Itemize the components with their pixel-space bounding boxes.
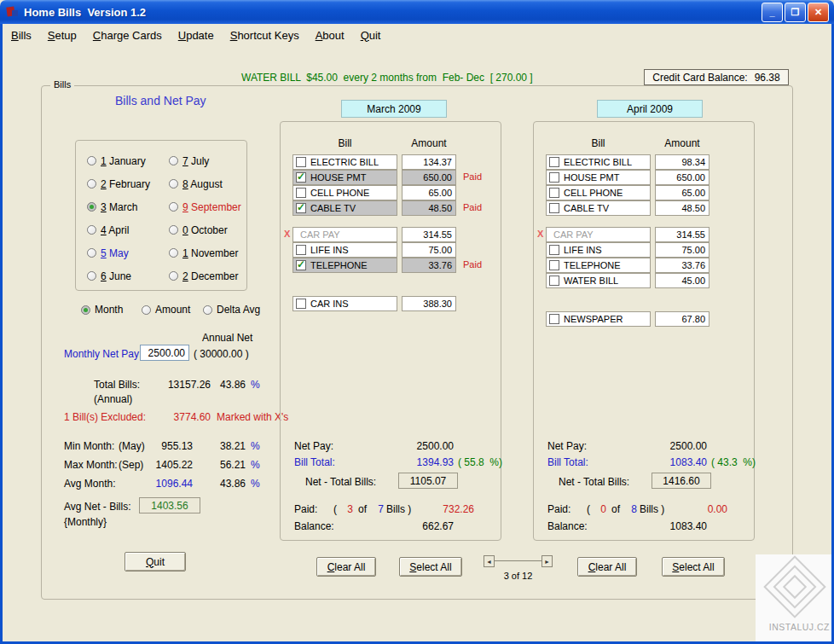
checkbox-checked-icon[interactable] [296,172,306,183]
pager-right-arrow[interactable]: ► [542,555,553,567]
checkbox-icon[interactable] [549,172,559,183]
bill-total-pct: ( 55.8 %) [458,456,502,468]
bill-row-electric-bill[interactable]: ELECTRIC BILL [546,154,651,170]
month-radio-january[interactable]: 1 January [87,155,169,167]
quit-button[interactable]: Quit [125,552,186,571]
bill-row-car-ins[interactable]: CAR INS [292,296,397,311]
march-clear-all-button[interactable]: Clear All [316,557,376,577]
checkbox-checked-icon[interactable] [296,260,306,270]
menu-quit[interactable]: Quit [361,29,381,42]
checkbox-icon[interactable] [296,157,306,167]
menu-update[interactable]: Update [178,29,214,42]
excluded-value: 3774.60 [156,411,211,423]
min-month-value: 955.13 [145,440,193,452]
mode-radio-month[interactable]: Month [81,304,123,316]
mode-radio-delta-avg[interactable]: Delta Avg [203,304,260,316]
bill-row-cable-tv[interactable]: CABLE TV [546,200,651,216]
bill-row-electric-bill[interactable]: ELECTRIC BILL [292,154,397,170]
menu-charge-cards[interactable]: Charge Cards [93,29,162,42]
checkbox-icon[interactable] [549,203,559,213]
checkbox-icon[interactable] [549,260,559,270]
checkbox-icon[interactable] [549,245,559,255]
percent-sign: % [251,379,260,391]
menu-bills[interactable]: Bills [11,29,32,42]
month-radio-april[interactable]: 4 April [87,224,169,236]
pager-left-arrow[interactable]: ◄ [484,555,495,567]
total-bills-value: 13157.26 [156,379,211,391]
march-header: March 2009 [341,100,447,118]
paid-row-label: Paid: [547,503,570,515]
menu-shortcut-keys[interactable]: Shortcut Keys [230,29,299,42]
bill-row-house-pmt[interactable]: HOUSE PMT [292,170,397,185]
balance-value: 1083.40 [637,520,707,532]
bill-name: CELL PHONE [564,188,623,198]
menu-setup[interactable]: Setup [48,29,77,42]
bill-amount: 33.76 [655,258,709,273]
month-radio-december[interactable]: 2 December [169,270,251,282]
bill-row-telephone[interactable]: TELEPHONE [292,258,397,273]
menu-about[interactable]: About [316,29,345,42]
bill-amount: 134.37 [402,154,456,170]
checkbox-icon[interactable] [549,188,559,198]
bill-amount: 48.50 [402,200,456,216]
bill-name: CELL PHONE [310,188,369,198]
checkbox-icon[interactable] [549,157,559,167]
bill-row-cable-tv[interactable]: CABLE TV [292,200,397,216]
bill-row-newspaper[interactable]: NEWSPAPER [546,311,651,327]
checkbox-icon[interactable] [296,188,306,198]
bill-row-water-bill[interactable]: WATER BILL [546,273,651,288]
april-header: April 2009 [597,100,703,118]
bill-name: TELEPHONE [564,260,621,270]
bill-column-header: Bill [546,137,651,149]
radio-icon [87,179,96,189]
minimize-button[interactable]: _ [762,3,783,22]
titlebar[interactable]: Home Bills Version 1.2 _ ❐ ✕ [0,0,834,24]
net-pay-label: Net Pay: [294,440,333,452]
bill-row-life-ins[interactable]: LIFE INS [546,242,651,258]
bill-row-house-pmt[interactable]: HOUSE PMT [546,170,651,185]
month-radio-march[interactable]: 3 March [87,201,169,213]
radio-icon [169,271,178,281]
bill-row-car-pay[interactable]: CAR PAY [292,227,397,242]
bills-frame-label: Bills [50,79,74,90]
april-clear-all-button[interactable]: Clear All [577,557,637,577]
mode-radio-amount[interactable]: Amount [142,304,190,316]
month-radio-october[interactable]: 0 October [169,224,251,236]
bill-name: CAR PAY [300,229,340,240]
bill-row-life-ins[interactable]: LIFE INS [292,242,397,258]
pager-track[interactable] [495,555,542,567]
excluded-label: 1 Bill(s) Excluded: [64,411,146,423]
watermark-text: INSTALUJ.CZ [769,622,830,632]
paid-open-paren: ( [587,503,590,515]
bill-name: WATER BILL [564,276,618,286]
month-radio-august[interactable]: 8 August [169,178,251,190]
bill-name: TELEPHONE [310,260,368,270]
month-radio-july[interactable]: 7 July [169,155,251,167]
april-select-all-button[interactable]: Select All [662,557,725,577]
month-radio-september[interactable]: 9 September [169,201,251,213]
monthly-net-pay-input[interactable] [140,345,189,361]
month-radio-june[interactable]: 6 June [87,270,169,282]
annual-note: (Annual) [94,393,132,405]
month-radio-may[interactable]: 5 May [87,247,169,259]
march-select-all-button[interactable]: Select All [399,557,462,577]
checkbox-icon[interactable] [549,276,559,286]
checkbox-icon[interactable] [296,245,306,255]
bill-name: CAR PAY [553,229,594,240]
maximize-button[interactable]: ❐ [785,3,806,22]
bill-row-cell-phone[interactable]: CELL PHONE [292,185,397,200]
close-button[interactable]: ✕ [808,3,829,22]
bill-row-cell-phone[interactable]: CELL PHONE [546,185,651,200]
radio-icon [87,271,96,281]
bill-row-telephone[interactable]: TELEPHONE [546,258,651,273]
checkbox-checked-icon[interactable] [296,203,306,213]
month-radio-february[interactable]: 2 February [87,178,169,190]
credit-card-balance-label: Credit Card Balance: [652,72,747,84]
paid-amount: 0.00 [678,503,727,515]
checkbox-icon[interactable] [296,299,306,309]
paid-label: Paid [463,259,482,270]
month-radio-november[interactable]: 1 November [169,247,251,259]
checkbox-icon[interactable] [549,314,559,324]
bill-row-car-pay[interactable]: CAR PAY [546,227,651,242]
max-month-value: 1405.22 [145,459,193,471]
